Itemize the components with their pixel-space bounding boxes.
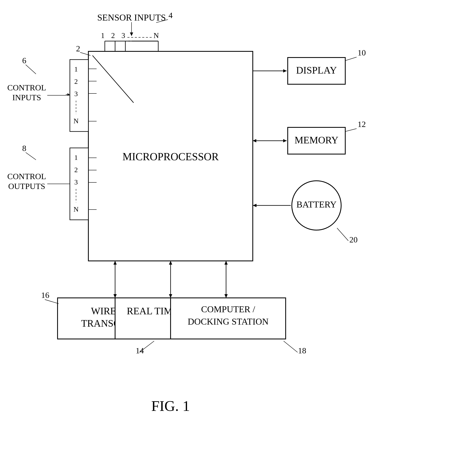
diagram-container: MICROPROCESSOR 2 1 2 3 N SENSOR INPUTS — [0, 0, 455, 476]
control-inputs-label: CONTROL — [8, 83, 46, 92]
ref-2: 2 — [76, 44, 80, 53]
ref-4: 4 — [169, 11, 173, 20]
ref-14: 14 — [136, 346, 144, 355]
svg-marker-65 — [114, 261, 117, 265]
svg-marker-68 — [169, 261, 172, 265]
computer-docking-label: COMPUTER / — [201, 304, 255, 314]
microprocessor-label: MICROPROCESSOR — [122, 151, 219, 162]
svg-marker-64 — [114, 294, 117, 298]
svg-text:2: 2 — [74, 78, 78, 85]
sensor-inputs-label: SENSOR INPUTS — [97, 13, 166, 23]
svg-text:N: N — [154, 32, 159, 40]
svg-line-79 — [284, 341, 298, 352]
svg-text:1: 1 — [101, 32, 105, 40]
display-label: DISPLAY — [296, 65, 337, 76]
memory-label: MEMORY — [294, 135, 338, 145]
ref-8: 8 — [22, 144, 26, 153]
svg-text:OUTPUTS: OUTPUTS — [8, 182, 45, 191]
figure-caption: FIG. 1 — [151, 398, 190, 414]
svg-marker-57 — [253, 139, 256, 142]
ref-6: 6 — [22, 56, 26, 65]
svg-line-74 — [45, 299, 58, 304]
svg-marker-71 — [224, 261, 228, 265]
svg-text:3: 3 — [74, 178, 78, 186]
svg-text:1: 1 — [74, 65, 78, 73]
svg-text:3: 3 — [74, 90, 78, 97]
svg-marker-16 — [130, 32, 133, 36]
svg-marker-56 — [283, 139, 287, 142]
svg-marker-70 — [224, 294, 228, 298]
svg-line-53 — [345, 57, 357, 61]
svg-text:1: 1 — [74, 154, 78, 161]
svg-text:DOCKING STATION: DOCKING STATION — [188, 317, 268, 327]
ref-12: 12 — [358, 120, 366, 129]
ref-18: 18 — [298, 346, 306, 355]
svg-text:N: N — [73, 117, 79, 125]
svg-rect-37 — [70, 148, 88, 220]
svg-rect-18 — [70, 60, 88, 131]
svg-marker-52 — [283, 69, 287, 73]
svg-line-36 — [26, 65, 36, 74]
svg-text:3: 3 — [122, 32, 125, 40]
svg-marker-61 — [253, 204, 256, 207]
ref-16: 16 — [41, 290, 49, 300]
ref-10: 10 — [358, 48, 366, 57]
svg-text:2: 2 — [111, 32, 115, 40]
svg-text:2: 2 — [74, 166, 78, 174]
svg-line-49 — [26, 153, 36, 160]
svg-text:INPUTS: INPUTS — [12, 93, 41, 102]
ref-20: 20 — [349, 235, 358, 244]
svg-marker-67 — [169, 294, 172, 298]
svg-line-58 — [345, 129, 357, 131]
svg-line-62 — [337, 228, 348, 241]
svg-text:N: N — [73, 205, 79, 213]
battery-label: BATTERY — [296, 200, 337, 210]
control-outputs-label: CONTROL — [8, 172, 46, 181]
